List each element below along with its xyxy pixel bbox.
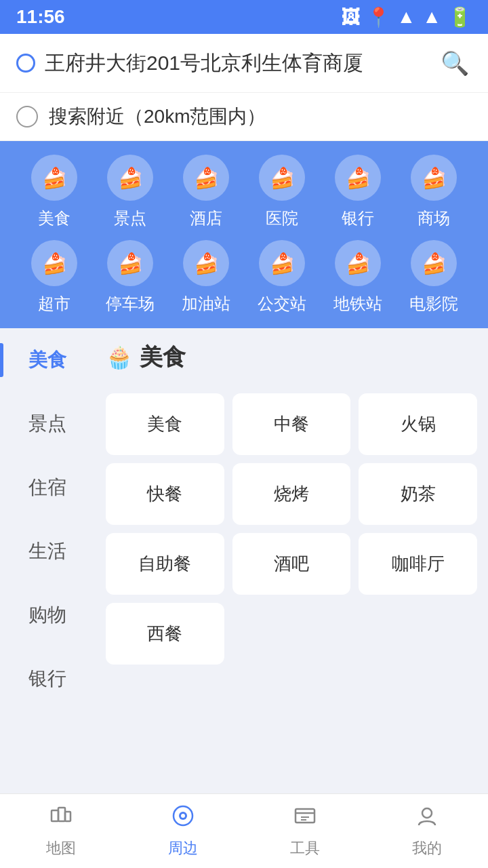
sidebar-bank-label: 银行 [28, 668, 66, 689]
category-hotel[interactable]: 🍰 酒店 [176, 155, 237, 229]
sidebar-item-bank[interactable]: 银行 [0, 647, 95, 711]
category-bus[interactable]: 🍰 公交站 [251, 240, 312, 315]
subcategory-meishi[interactable]: 美食 [106, 393, 224, 455]
wifi-icon: ▲ [397, 6, 416, 28]
nav-nearby[interactable]: 周边 [155, 797, 211, 865]
nearby-icon [171, 804, 195, 834]
category-bank[interactable]: 🍰 银行 [327, 155, 388, 229]
nav-mine[interactable]: 我的 [399, 797, 455, 865]
subcategory-row-2: 快餐 烧烤 奶茶 [106, 463, 477, 525]
gas-icon: 🍰 [183, 240, 229, 286]
sidebar-item-accommodation[interactable]: 住宿 [0, 456, 95, 519]
category-supermarket[interactable]: 🍰 超市 [24, 240, 85, 315]
subcategory-kuaican[interactable]: 快餐 [106, 463, 224, 525]
category-cinema[interactable]: 🍰 电影院 [403, 240, 464, 315]
status-icons: 🖼 📍 ▲ ▲ 🔋 [341, 6, 472, 28]
location-text: 王府井大街201号北京利生体育商厦 [45, 50, 363, 77]
category-food[interactable]: 🍰 美食 [24, 155, 85, 229]
category-grid: 🍰 美食 🍰 景点 🍰 酒店 🍰 医院 🍰 银行 🍰 商场 🍰 超市 [0, 141, 488, 328]
sidebar-item-life[interactable]: 生活 [0, 519, 95, 583]
subcategory-row-4: 西餐 [106, 603, 477, 665]
map-icon [49, 804, 73, 834]
nav-map[interactable]: 地图 [33, 797, 89, 865]
category-scenic[interactable]: 🍰 景点 [100, 155, 161, 229]
battery-icon: 🔋 [448, 6, 472, 28]
supermarket-label: 超市 [38, 293, 70, 315]
sidebar-shopping-label: 购物 [28, 604, 66, 625]
cinema-icon: 🍰 [411, 240, 457, 286]
left-sidebar: 美食 景点 住宿 生活 购物 银行 [0, 328, 95, 803]
parking-icon: 🍰 [107, 240, 153, 286]
hotel-icon: 🍰 [183, 155, 229, 201]
location-display[interactable]: 王府井大街201号北京利生体育商厦 [16, 50, 438, 77]
category-parking[interactable]: 🍰 停车场 [100, 240, 161, 315]
subcategory-zizhucan[interactable]: 自助餐 [106, 533, 224, 595]
subcategory-empty-1 [232, 603, 351, 665]
scenic-icon: 🍰 [107, 155, 153, 201]
category-mall[interactable]: 🍰 商场 [403, 155, 464, 229]
active-bar [0, 343, 3, 377]
nav-tools[interactable]: 工具 [277, 797, 333, 865]
category-row-2: 🍰 超市 🍰 停车场 🍰 加油站 🍰 公交站 🍰 地铁站 🍰 电影院 [16, 240, 472, 315]
subcategory-grid: 美食 中餐 火锅 快餐 烧烤 奶茶 自助餐 酒吧 咖啡厅 西餐 [106, 393, 477, 665]
gallery-icon: 🖼 [341, 6, 360, 28]
category-gas[interactable]: 🍰 加油站 [176, 240, 237, 315]
section-header-title: 美食 [140, 342, 186, 373]
mine-icon [415, 804, 439, 834]
status-bar: 11:56 🖼 📍 ▲ ▲ 🔋 [0, 0, 488, 34]
food-icon: 🍰 [31, 155, 77, 201]
right-panel: 🧁 美食 美食 中餐 火锅 快餐 烧烤 奶茶 自助餐 酒吧 咖啡厅 西餐 [95, 328, 488, 803]
nearby-label: 搜索附近（20km范围内） [49, 104, 266, 130]
subcategory-kafei[interactable]: 咖啡厅 [359, 533, 477, 595]
bank-label: 银行 [342, 208, 374, 229]
map-label: 地图 [46, 838, 76, 859]
toggle-circle-icon [16, 106, 38, 127]
svg-rect-0 [52, 810, 58, 821]
hotel-label: 酒店 [190, 208, 222, 229]
subway-label: 地铁站 [333, 293, 382, 315]
sidebar-item-scenic[interactable]: 景点 [0, 392, 95, 456]
gas-label: 加油站 [182, 293, 230, 315]
sidebar-accommodation-label: 住宿 [28, 477, 66, 498]
subcategory-xican[interactable]: 西餐 [106, 603, 224, 665]
sidebar-item-shopping[interactable]: 购物 [0, 583, 95, 647]
category-row-1: 🍰 美食 🍰 景点 🍰 酒店 🍰 医院 🍰 银行 🍰 商场 [16, 155, 472, 229]
svg-rect-1 [58, 808, 65, 821]
sidebar-item-food[interactable]: 美食 [0, 328, 95, 392]
mall-icon: 🍰 [411, 155, 457, 201]
subcategory-huoguo[interactable]: 火锅 [359, 393, 477, 455]
svg-point-10 [422, 808, 432, 818]
bus-icon: 🍰 [259, 240, 305, 286]
sidebar-food-label: 美食 [28, 349, 66, 370]
search-bar: 王府井大街201号北京利生体育商厦 🔍 [0, 34, 488, 93]
cinema-label: 电影院 [409, 293, 458, 315]
hospital-icon: 🍰 [259, 155, 305, 201]
search-button[interactable]: 🔍 [438, 46, 472, 80]
nearby-nav-label: 周边 [168, 838, 198, 859]
subcategory-zhongcan[interactable]: 中餐 [232, 393, 351, 455]
subcategory-jiuba[interactable]: 酒吧 [232, 533, 351, 595]
mall-label: 商场 [418, 208, 450, 229]
category-hospital[interactable]: 🍰 医院 [251, 155, 312, 229]
signal-icon: ▲ [422, 6, 441, 28]
main-content: 美食 景点 住宿 生活 购物 银行 🧁 美食 美食 中餐 火锅 [0, 328, 488, 803]
svg-point-5 [181, 814, 185, 818]
search-icon: 🔍 [441, 50, 469, 77]
subcategory-shaokao[interactable]: 烧烤 [232, 463, 351, 525]
supermarket-icon: 🍰 [31, 240, 77, 286]
subcategory-row-3: 自助餐 酒吧 咖啡厅 [106, 533, 477, 595]
hospital-label: 医院 [266, 208, 298, 229]
svg-rect-2 [65, 812, 70, 821]
nearby-toggle[interactable]: 搜索附近（20km范围内） [0, 93, 488, 141]
status-time: 11:56 [16, 6, 65, 28]
bus-label: 公交站 [258, 293, 306, 315]
parking-label: 停车场 [106, 293, 155, 315]
subcategory-nacha[interactable]: 奶茶 [359, 463, 477, 525]
section-header: 🧁 美食 [106, 335, 477, 380]
subway-icon: 🍰 [335, 240, 381, 286]
section-header-icon: 🧁 [106, 344, 133, 370]
scenic-label: 景点 [114, 208, 146, 229]
category-subway[interactable]: 🍰 地铁站 [327, 240, 388, 315]
subcategory-row-1: 美食 中餐 火锅 [106, 393, 477, 455]
subcategory-empty-2 [359, 603, 477, 665]
